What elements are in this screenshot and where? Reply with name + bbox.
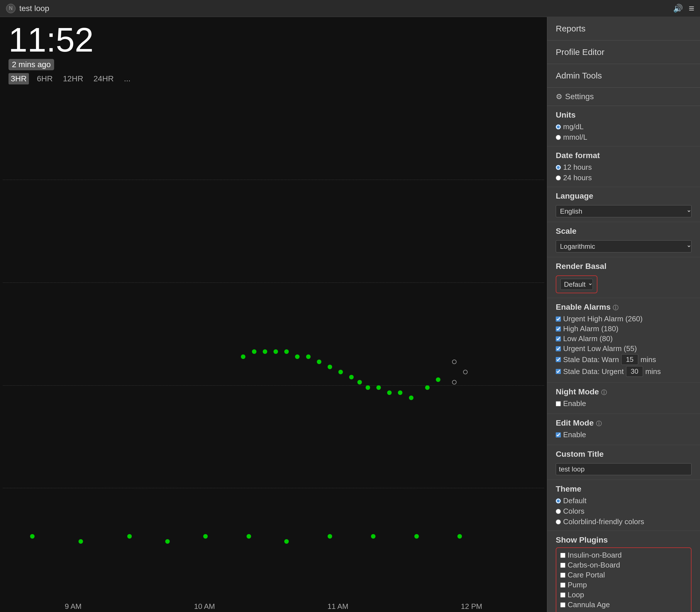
data-dot	[409, 395, 413, 400]
data-dot	[247, 534, 251, 539]
settings-scale: Scale Logarithmic Linear	[547, 222, 700, 257]
nav-profile-editor[interactable]: Profile Editor	[547, 41, 700, 64]
time-label-11am: 11 AM	[328, 602, 348, 611]
theme-colors[interactable]: Colors	[556, 507, 691, 516]
plugin-loop[interactable]: Loop	[560, 590, 687, 599]
plugin-iob[interactable]: Insulin-on-Board	[560, 551, 687, 560]
render-basal-title: Render Basal	[556, 262, 691, 271]
alarm-urgent-low[interactable]: Urgent Low Alarm (55)	[556, 344, 691, 353]
date-24h[interactable]: 24 hours	[556, 173, 691, 182]
nav-admin-tools[interactable]: Admin Tools	[547, 64, 700, 87]
app-title: test loop	[19, 4, 49, 13]
custom-title-label: Custom Title	[556, 450, 691, 459]
time-range-bar: 3HR 6HR 12HR 24HR ...	[0, 70, 547, 87]
top-bar-controls: 🔊 ≡	[673, 3, 694, 14]
range-12hr[interactable]: 12HR	[61, 73, 86, 84]
range-6hr[interactable]: 6HR	[35, 73, 55, 84]
open-dot	[452, 380, 456, 385]
open-dot	[463, 370, 468, 374]
settings-enable-alarms: Enable Alarms ⓘ Urgent High Alarm (260) …	[547, 298, 700, 383]
time-label-9am: 9 AM	[65, 602, 82, 611]
plugin-sensor-age[interactable]: Sensor Age	[560, 610, 687, 612]
alarm-stale-warn: Stale Data: Warn mins	[556, 354, 691, 365]
show-plugins-title: Show Plugins	[556, 536, 691, 545]
plugin-cannula-age[interactable]: Cannula Age	[560, 600, 687, 609]
data-dot	[328, 534, 332, 539]
range-24hr[interactable]: 24HR	[91, 73, 116, 84]
night-mode-title: Night Mode ⓘ	[556, 387, 691, 397]
volume-icon[interactable]: 🔊	[673, 4, 683, 13]
nightscout-icon: N	[6, 3, 16, 14]
data-dot	[328, 365, 332, 369]
units-title: Units	[556, 111, 691, 120]
hamburger-icon[interactable]: ≡	[689, 3, 694, 14]
main-layout: 11:52 2 mins ago 3HR 6HR 12HR 24HR ...	[0, 17, 700, 612]
svg-text:N: N	[9, 5, 13, 11]
alarms-info-icon: ⓘ	[613, 305, 618, 311]
data-dot	[371, 534, 375, 539]
range-more[interactable]: ...	[122, 73, 133, 84]
sidebar: Reports Profile Editor Admin Tools ⚙ Set…	[547, 17, 700, 612]
scale-select[interactable]: Logarithmic Linear	[556, 240, 691, 252]
time-label-10am: 10 AM	[194, 602, 215, 611]
units-mgdl[interactable]: mg/dL	[556, 122, 691, 131]
alarm-stale-urgent: Stale Data: Urgent mins	[556, 366, 691, 377]
render-basal-box: Default Icicle Filled Beside	[556, 275, 598, 293]
custom-title-input[interactable]	[556, 463, 691, 475]
chart-area: 11:52 2 mins ago 3HR 6HR 12HR 24HR ...	[0, 17, 547, 612]
settings-date-format: Date format 12 hours 24 hours	[547, 147, 700, 187]
time-labels: 9 AM 10 AM 11 AM 12 PM	[0, 601, 547, 612]
plugin-cob[interactable]: Carbs-on-Board	[560, 561, 687, 570]
alarm-urgent-high[interactable]: Urgent High Alarm (260)	[556, 315, 691, 323]
theme-radio-group: Default Colors Colorblind-friendly color…	[556, 497, 691, 526]
settings-header: ⚙ Settings	[547, 87, 700, 106]
language-select[interactable]: English Deutsch Español Français	[556, 205, 691, 217]
data-dot	[376, 385, 381, 390]
stale-urgent-input[interactable]	[626, 366, 643, 377]
time-display: 11:52 2 mins ago	[0, 17, 547, 70]
data-dot	[295, 354, 300, 359]
nav-reports[interactable]: Reports	[547, 17, 700, 41]
show-plugins-box: Insulin-on-Board Carbs-on-Board Care Por…	[556, 547, 691, 612]
data-dot	[317, 360, 321, 364]
theme-default[interactable]: Default	[556, 497, 691, 505]
data-dot	[387, 390, 392, 395]
units-mmol[interactable]: mmol/L	[556, 133, 691, 142]
data-dot	[306, 354, 311, 359]
night-mode-enable[interactable]: Enable	[556, 399, 691, 408]
data-dot	[425, 385, 430, 390]
data-dot	[398, 390, 402, 395]
data-dot	[349, 375, 354, 379]
edit-mode-enable[interactable]: Enable	[556, 430, 691, 439]
time-label-12pm: 12 PM	[461, 602, 482, 611]
data-dot	[30, 534, 35, 539]
range-3hr[interactable]: 3HR	[9, 73, 29, 84]
data-dot	[252, 349, 257, 354]
data-dot	[263, 349, 267, 354]
data-dot	[436, 377, 440, 382]
alarms-title: Enable Alarms ⓘ	[556, 303, 691, 312]
settings-language: Language English Deutsch Español Françai…	[547, 187, 700, 222]
edit-mode-title: Edit Mode ⓘ	[556, 418, 691, 428]
units-radio-group: mg/dL mmol/L	[556, 122, 691, 142]
timestamp-badge: 2 mins ago	[9, 59, 54, 70]
theme-colorblind[interactable]: Colorblind-friendly colors	[556, 517, 691, 526]
render-basal-select[interactable]: Default Icicle Filled Beside	[560, 279, 593, 290]
scale-title: Scale	[556, 227, 691, 236]
plugin-care-portal[interactable]: Care Portal	[560, 571, 687, 580]
theme-title: Theme	[556, 485, 691, 493]
date-12h[interactable]: 12 hours	[556, 163, 691, 172]
open-dot	[452, 360, 456, 364]
app-identity: N test loop	[6, 3, 49, 14]
alarm-low[interactable]: Low Alarm (80)	[556, 334, 691, 343]
plugin-pump[interactable]: Pump	[560, 581, 687, 589]
gear-icon: ⚙	[556, 92, 562, 101]
data-dot	[241, 354, 245, 359]
data-dot	[165, 539, 170, 544]
stale-warn-input[interactable]	[621, 354, 638, 365]
data-dot	[366, 385, 370, 390]
h-line-mid1	[3, 282, 544, 283]
data-dot	[284, 349, 289, 354]
alarm-high[interactable]: High Alarm (180)	[556, 324, 691, 333]
date-format-title: Date format	[556, 151, 691, 160]
